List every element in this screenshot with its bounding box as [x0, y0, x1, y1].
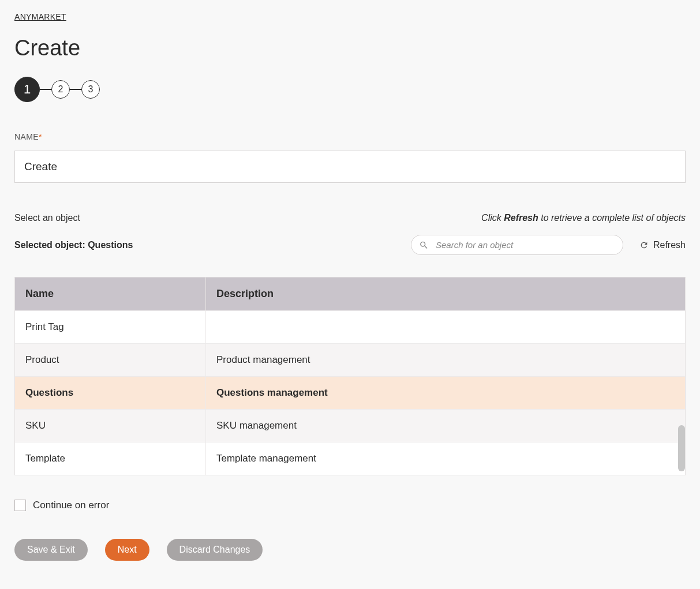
page-title: Create: [14, 36, 686, 61]
discard-button[interactable]: Discard Changes: [167, 539, 263, 561]
refresh-label: Refresh: [653, 240, 686, 250]
selected-object-label: Selected object: Questions: [14, 240, 133, 250]
selected-prefix: Selected object:: [14, 240, 88, 250]
cell-name: Questions: [15, 377, 205, 409]
name-input[interactable]: [14, 151, 686, 183]
table-row[interactable]: Product Product management: [15, 343, 685, 376]
refresh-icon: [639, 241, 649, 250]
cell-description: SKU management: [205, 410, 685, 442]
step-3[interactable]: 3: [81, 80, 100, 99]
selected-value: Questions: [88, 240, 133, 250]
table-row[interactable]: Template Template management: [15, 442, 685, 475]
continue-on-error-checkbox[interactable]: [14, 500, 26, 511]
header-description: Description: [205, 277, 685, 310]
hint-prefix: Click: [481, 213, 504, 223]
cell-name: Template: [15, 442, 205, 475]
breadcrumb[interactable]: ANYMARKET: [14, 12, 66, 21]
cell-name: Print Tag: [15, 311, 205, 343]
step-connector: [40, 89, 51, 90]
step-2[interactable]: 2: [51, 80, 70, 99]
cell-description: [205, 311, 685, 343]
step-1[interactable]: 1: [14, 77, 40, 102]
table-row[interactable]: SKU SKU management: [15, 409, 685, 442]
cell-description: Questions management: [205, 377, 685, 409]
save-exit-button[interactable]: Save & Exit: [14, 539, 88, 561]
search-icon: [419, 240, 429, 250]
step-connector: [70, 89, 81, 90]
refresh-button[interactable]: Refresh: [639, 240, 686, 250]
scrollbar-thumb[interactable]: [678, 425, 685, 471]
required-indicator: *: [39, 132, 42, 141]
table-header: Name Description: [15, 277, 685, 310]
table-row[interactable]: Questions Questions management: [15, 376, 685, 409]
refresh-hint: Click Refresh to retrieve a complete lis…: [481, 213, 686, 223]
cell-description: Product management: [205, 344, 685, 376]
cell-name: Product: [15, 344, 205, 376]
footer-actions: Save & Exit Next Discard Changes: [14, 539, 686, 561]
hint-bold: Refresh: [504, 213, 538, 223]
search-wrapper: [411, 235, 623, 255]
name-label-text: NAME: [14, 132, 39, 141]
cell-description: Template management: [205, 442, 685, 475]
next-button[interactable]: Next: [105, 539, 149, 561]
hint-suffix: to retrieve a complete list of objects: [538, 213, 686, 223]
search-input[interactable]: [411, 235, 623, 255]
continue-on-error-label: Continue on error: [33, 500, 109, 511]
cell-name: SKU: [15, 410, 205, 442]
select-object-label: Select an object: [14, 213, 80, 223]
header-name: Name: [15, 277, 205, 310]
table-row[interactable]: Print Tag: [15, 310, 685, 343]
name-field-label: NAME*: [14, 132, 686, 141]
object-table: Name Description Print Tag Product Produ…: [14, 277, 686, 475]
table-body[interactable]: Print Tag Product Product management Que…: [15, 310, 685, 475]
stepper: 1 2 3: [14, 77, 686, 102]
